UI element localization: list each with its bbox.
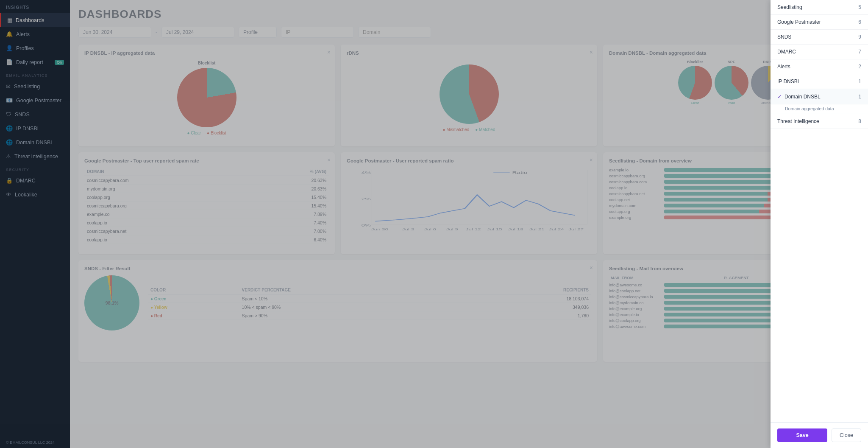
save-button[interactable]: Save [777, 428, 827, 442]
panel-row-google-postmaster[interactable]: Google Postmaster 6 [771, 15, 868, 30]
panel-label-google-postmaster: Google Postmaster [777, 19, 821, 25]
panel-rows: Seedlisting 5 Google Postmaster 6 SNDS 9… [771, 0, 868, 129]
panel-count-ip-dnsbl: 1 [858, 78, 861, 84]
overlay: Seedlisting 5 Google Postmaster 6 SNDS 9… [0, 0, 868, 448]
panel-count-snds: 9 [858, 34, 861, 40]
panel-label-ip-dnsbl: IP DNSBL [777, 78, 800, 84]
panel-count-threat-intelligence: 8 [858, 118, 861, 124]
panel-row-domain-dnsbl[interactable]: ✓ Domain DNSBL 1 [771, 89, 868, 104]
panel-row-ip-dnsbl[interactable]: IP DNSBL 1 [771, 74, 868, 89]
panel-sub-domain-dnsbl: Domain aggregated data [771, 104, 868, 114]
panel-count-seedlisting: 5 [858, 4, 861, 10]
panel-row-seedlisting[interactable]: Seedlisting 5 [771, 0, 868, 15]
panel-label-snds: SNDS [777, 34, 791, 40]
panel-label-seedlisting: Seedlisting [777, 4, 802, 10]
panel-row-threat-intelligence[interactable]: Threat Intelligence 8 [771, 114, 868, 129]
panel-label-threat-intelligence: Threat Intelligence [777, 118, 819, 124]
panel-count-google-postmaster: 6 [858, 19, 861, 25]
panel-row-dmarc[interactable]: DMARC 7 [771, 45, 868, 59]
panel-row-alerts[interactable]: Alerts 2 [771, 59, 868, 74]
panel-label-domain-dnsbl: ✓ Domain DNSBL [777, 93, 821, 100]
settings-panel: Seedlisting 5 Google Postmaster 6 SNDS 9… [771, 0, 868, 448]
panel-actions: Save Close [771, 422, 868, 448]
panel-label-dmarc: DMARC [777, 49, 796, 55]
close-panel-button[interactable]: Close [832, 428, 861, 442]
panel-count-dmarc: 7 [858, 49, 861, 55]
panel-count-alerts: 2 [858, 64, 861, 70]
check-icon: ✓ [777, 93, 782, 100]
panel-label-alerts: Alerts [777, 64, 790, 70]
panel-row-snds[interactable]: SNDS 9 [771, 30, 868, 45]
panel-count-domain-dnsbl: 1 [858, 94, 861, 100]
